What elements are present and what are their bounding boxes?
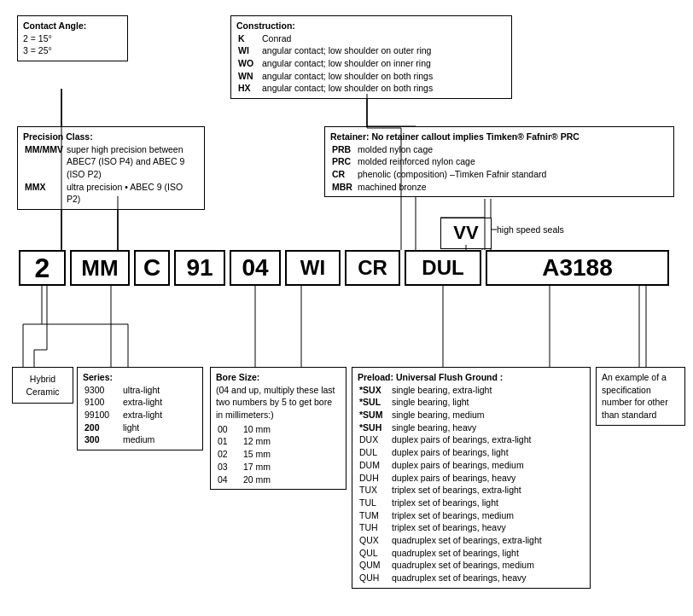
table-row: TUHtriplex set of bearings, heavy — [358, 521, 544, 534]
bore-desc: (04 and up, multiply these last two numb… — [216, 385, 335, 420]
precision-title: Precision Class: — [23, 131, 93, 142]
example-box: An example of a specification number for… — [596, 367, 685, 426]
c-label: C — [143, 254, 160, 282]
precision-table: MM/MMV super high precision between ABEC… — [23, 143, 199, 206]
table-row: PRC molded reinforced nylon cage — [330, 155, 548, 168]
precision-box: Precision Class: MM/MMV super high preci… — [17, 126, 205, 210]
table-row: QUMquadruplex set of bearings, medium — [358, 559, 544, 572]
construction-table: K Conrad WI angular contact; low shoulde… — [236, 32, 434, 95]
c-box: C — [134, 250, 170, 286]
table-row: DUXduplex pairs of bearings, extra-light — [358, 433, 544, 446]
cr-label: CR — [358, 256, 387, 280]
dul-box: DUL — [405, 250, 481, 286]
table-row: 9300 ultra-light — [83, 384, 164, 397]
table-row: 300 medium — [83, 433, 164, 446]
table-row: MMX ultra precision • ABEC 9 (ISO P2) — [23, 181, 199, 206]
num91-box: 91 — [174, 250, 225, 286]
table-row: CR phenolic (composition) –Timken Fafnir… — [330, 168, 548, 181]
table-row: MM/MMV super high precision between — [23, 143, 199, 156]
table-row: K Conrad — [236, 32, 434, 45]
table-row: 9100 extra-light — [83, 396, 164, 409]
table-row: 04 20 mm — [216, 474, 272, 486]
table-row: 00 10 mm — [216, 423, 272, 436]
digit2-box: 2 — [19, 250, 66, 286]
hybrid-box: HybridCeramic — [12, 367, 73, 404]
preload-title: Preload: Universal Flush Ground : — [358, 372, 503, 382]
retainer-title: Retainer: No retainer callout implies Ti… — [330, 131, 579, 142]
vv-desc: high speed seals — [497, 224, 564, 235]
example-text: An example of a specification number for… — [602, 372, 668, 420]
mm-box: MM — [70, 250, 130, 286]
num91-label: 91 — [186, 254, 213, 282]
a3188-label: A3188 — [542, 254, 613, 282]
table-row: 02 15 mm — [216, 448, 272, 461]
table-row: QUHquadruplex set of bearings, heavy — [358, 572, 544, 584]
retainer-table: PRB molded nylon cage PRC molded reinfor… — [330, 143, 548, 194]
a3188-box: A3188 — [486, 250, 669, 286]
table-row: 01 12 mm — [216, 435, 272, 448]
construction-box: Construction: K Conrad WI angular contac… — [230, 15, 512, 99]
table-row: *SUMsingle bearing, medium — [358, 409, 544, 421]
series-title: Series: — [83, 372, 113, 382]
cr-box: CR — [345, 250, 400, 286]
table-row: QULquadruplex set of bearings, light — [358, 547, 544, 560]
preload-box: Preload: Universal Flush Ground : *SUXsi… — [352, 367, 591, 589]
mm-label: MM — [81, 255, 118, 282]
vv-box: VV — [440, 218, 492, 249]
bore-table: 00 10 mm 01 12 mm 02 15 mm 03 17 mm 04 2… — [216, 423, 272, 485]
table-row: 03 17 mm — [216, 461, 272, 474]
series-box: Series: 9300 ultra-light 9100 extra-ligh… — [77, 367, 203, 450]
contact-angle-line1: 2 = 15° — [23, 33, 52, 44]
wi-box: WI — [285, 250, 341, 286]
table-row: *SULsingle bearing, light — [358, 396, 544, 409]
table-row: TUMtriplex set of bearings, medium — [358, 509, 544, 522]
contact-angle-box: Contact Angle: 2 = 15° 3 = 25° — [17, 15, 128, 61]
table-row: WO angular contact; low shoulder on inne… — [236, 57, 434, 70]
table-row: WN angular contact; low shoulder on both… — [236, 70, 434, 83]
preload-table: *SUXsingle bearing, extra-light *SULsing… — [358, 384, 544, 584]
table-row: *SUXsingle bearing, extra-light — [358, 384, 544, 397]
table-row: TUXtriplex set of bearings, extra-light — [358, 484, 544, 497]
table-row: *SUHsingle bearing, heavy — [358, 421, 544, 434]
table-row: DULduplex pairs of bearings, light — [358, 446, 544, 459]
table-row: QUXquadruplex set of bearings, extra-lig… — [358, 534, 544, 547]
table-row: MBR machined bronze — [330, 181, 548, 194]
hybrid-label: HybridCeramic — [26, 374, 59, 397]
num04-box: 04 — [230, 250, 281, 286]
bore-title: Bore Size: — [216, 372, 259, 382]
series-table: 9300 ultra-light 9100 extra-light 99100 … — [83, 384, 164, 446]
wi-label: WI — [300, 256, 325, 280]
contact-angle-title: Contact Angle: — [23, 20, 86, 31]
bore-box: Bore Size: (04 and up, multiply these la… — [210, 367, 346, 490]
table-row: 200 light — [83, 421, 164, 434]
contact-angle-line2: 3 = 25° — [23, 45, 52, 55]
table-row: PRB molded nylon cage — [330, 143, 548, 156]
table-row: 99100 extra-light — [83, 409, 164, 421]
vv-label: VV — [453, 222, 478, 243]
dul-label: DUL — [422, 256, 463, 280]
retainer-box: Retainer: No retainer callout implies Ti… — [324, 126, 674, 197]
table-row: TULtriplex set of bearings, light — [358, 497, 544, 509]
table-row: ABEC7 (ISO P4) and ABEC 9 (ISO P2) — [23, 155, 199, 180]
construction-title: Construction: — [236, 20, 295, 31]
digit2-label: 2 — [35, 253, 50, 284]
table-row: HX angular contact; low shoulder on both… — [236, 82, 434, 95]
table-row: WI angular contact; low shoulder on oute… — [236, 44, 434, 57]
num04-label: 04 — [242, 254, 268, 282]
diagram: Contact Angle: 2 = 15° 3 = 25° Construct… — [0, 0, 693, 616]
table-row: DUHduplex pairs of bearings, heavy — [358, 472, 544, 485]
table-row: DUMduplex pairs of bearings, medium — [358, 459, 544, 472]
